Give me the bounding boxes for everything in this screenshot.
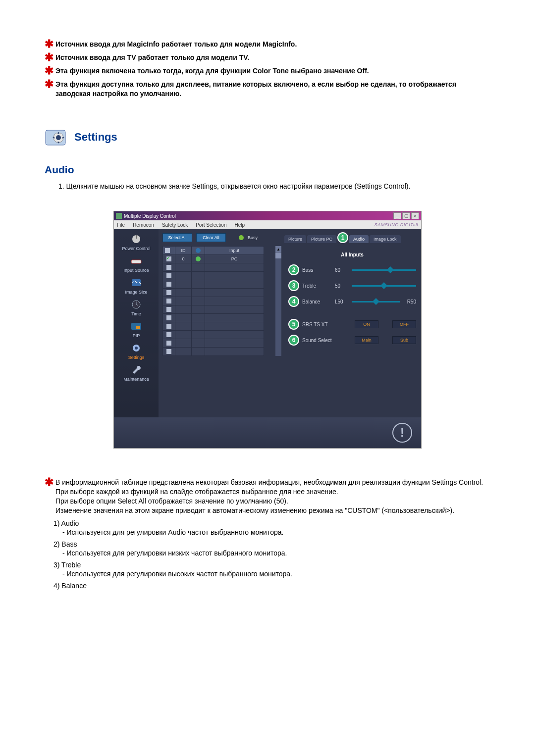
menu-item[interactable]: Port Selection	[196, 222, 226, 228]
svg-point-11	[135, 347, 138, 350]
row-input	[205, 322, 264, 331]
svg-rect-4	[136, 235, 137, 239]
row-checkbox[interactable]	[166, 307, 171, 312]
row-checkbox[interactable]	[166, 290, 171, 295]
row-checkbox[interactable]	[166, 315, 171, 320]
asterisk-icon: ✱	[45, 80, 55, 89]
titlebar[interactable]: Multiple Display Control _ ▢ ×	[114, 211, 421, 220]
scrollbar[interactable]: ▲	[275, 246, 281, 356]
sidebar-item-label: Power Control	[122, 246, 150, 251]
sidebar-item-time[interactable]: Time	[116, 298, 156, 318]
row-checkbox[interactable]	[166, 282, 171, 287]
srs-on-button[interactable]: ON	[355, 320, 378, 328]
row-checkbox[interactable]	[166, 273, 171, 278]
tab-picture-pc[interactable]: Picture PC	[307, 235, 336, 243]
sidebar-item-label: Input Source	[123, 268, 149, 273]
treble-slider[interactable]	[352, 285, 416, 287]
top-note: Эта функция доступна только для дисплеев…	[55, 80, 490, 99]
wrench-icon	[128, 364, 144, 376]
table-row[interactable]	[163, 263, 264, 272]
tab-image-lock[interactable]: Image Lock	[370, 235, 401, 243]
device-table: ID Input 0PC	[162, 246, 264, 356]
th-input[interactable]: Input	[205, 247, 264, 255]
list-item-title: 3) Treble	[54, 561, 490, 569]
row-id	[175, 263, 192, 272]
busy-indicator-icon	[239, 235, 244, 240]
asterisk-icon: ✱	[45, 66, 55, 75]
table-row[interactable]	[163, 289, 264, 297]
list-item-desc: - Используется для регулировки Audio час…	[62, 528, 490, 536]
sidebar-item-input-source[interactable]: Input Source	[116, 254, 156, 275]
menu-item[interactable]: Help	[234, 222, 245, 228]
minimize-button[interactable]: _	[393, 212, 401, 219]
row-checkbox[interactable]	[166, 341, 171, 346]
menu-item[interactable]: File	[117, 222, 125, 228]
info-icon[interactable]: !	[392, 423, 412, 443]
row-id	[175, 305, 192, 314]
table-row[interactable]	[163, 305, 264, 314]
sidebar-item-image-size[interactable]: Image Size	[116, 276, 156, 297]
bass-slider[interactable]	[352, 269, 416, 271]
clear-all-button[interactable]: Clear All	[196, 233, 226, 242]
row-checkbox[interactable]	[166, 332, 171, 337]
balance-right: R50	[403, 299, 416, 304]
table-row[interactable]: 0PC	[163, 255, 264, 263]
th-id[interactable]: ID	[175, 247, 192, 255]
sidebar-item-label: Maintenance	[123, 377, 149, 382]
row-input: PC	[205, 255, 264, 263]
top-note: Эта функция включена только тогда, когда…	[55, 66, 490, 76]
scroll-thumb[interactable]	[275, 252, 281, 258]
gear-icon	[128, 342, 144, 354]
table-row[interactable]	[163, 314, 264, 322]
row-id	[175, 339, 192, 348]
row-input	[205, 348, 264, 356]
sidebar-item-power-control[interactable]: Power Control	[116, 232, 156, 253]
menu-item[interactable]: Safety Lock	[162, 222, 188, 228]
sidebar-item-pip[interactable]: PIP	[116, 319, 156, 340]
th-status[interactable]	[192, 247, 205, 255]
row-checkbox[interactable]	[166, 256, 171, 261]
table-row[interactable]	[163, 280, 264, 289]
row-input	[205, 331, 264, 339]
row-input	[205, 339, 264, 348]
section-title: Settings	[74, 131, 117, 144]
srs-off-button[interactable]: OFF	[392, 320, 416, 328]
callout-1: 1	[337, 232, 348, 243]
menu-item[interactable]: Remocon	[133, 222, 154, 228]
svg-rect-9	[136, 326, 140, 329]
close-button[interactable]: ×	[411, 212, 419, 219]
row-input	[205, 314, 264, 322]
tab-audio[interactable]: Audio	[349, 235, 369, 243]
srs-label: SRS TS XT	[302, 322, 336, 327]
select-all-button[interactable]: Select All	[162, 233, 192, 242]
row-checkbox[interactable]	[166, 299, 171, 303]
balance-label: Balance	[302, 299, 332, 304]
table-row[interactable]	[163, 339, 264, 348]
svg-point-2	[56, 135, 61, 140]
th-check[interactable]	[163, 247, 175, 255]
asterisk-icon: ✱	[45, 53, 55, 62]
row-checkbox[interactable]	[166, 324, 171, 329]
list-item-title: 2) Bass	[54, 540, 490, 548]
row-input	[205, 289, 264, 297]
menubar: File Remocon Safety Lock Port Selection …	[114, 220, 421, 229]
tab-picture[interactable]: Picture	[284, 235, 306, 243]
maximize-button[interactable]: ▢	[402, 212, 410, 219]
table-row[interactable]	[163, 297, 264, 305]
sidebar-item-maintenance[interactable]: Maintenance	[116, 363, 156, 384]
sound-sub-button[interactable]: Sub	[392, 336, 416, 344]
table-row[interactable]	[163, 272, 264, 280]
sidebar-item-settings[interactable]: Settings	[116, 341, 156, 362]
balance-slider[interactable]	[352, 301, 400, 302]
callout-6: 6	[288, 335, 299, 346]
sound-main-button[interactable]: Main	[355, 336, 378, 344]
table-row[interactable]	[163, 348, 264, 356]
audio-heading: Audio	[45, 164, 490, 176]
row-checkbox[interactable]	[166, 349, 171, 354]
row-checkbox[interactable]	[166, 265, 171, 270]
table-row[interactable]	[163, 331, 264, 339]
table-row[interactable]	[163, 322, 264, 331]
scroll-up-button[interactable]: ▲	[275, 246, 281, 252]
row-id	[175, 322, 192, 331]
sidebar-item-label: Time	[131, 311, 141, 316]
